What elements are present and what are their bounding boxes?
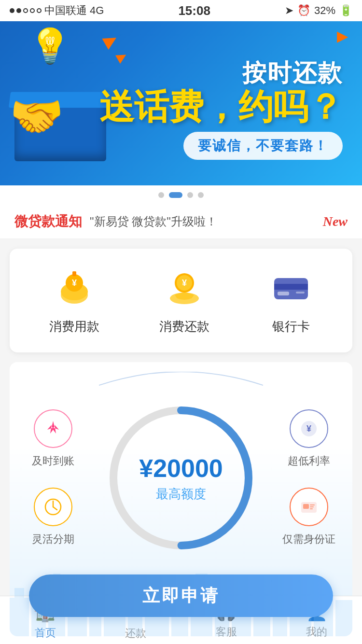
alarm-icon: ⏰ [297,4,310,17]
arrow-top-right: ▶ [337,28,348,44]
svg-rect-47 [310,504,315,505]
bank-card-icon [269,266,313,309]
feat-id-only: 仅需身份证 [282,488,335,546]
features-left: 及时到账 灵活分期 [19,409,87,546]
quick-actions-wrapper: ¥ 消费用款 ¥ 消费还款 [0,239,362,352]
banner-dot-2[interactable] [169,192,182,198]
qa-bank-card[interactable]: 银行卡 [269,266,313,335]
low-rate-label: 超低利率 [288,454,330,468]
feat-low-rate: ¥ 超低利率 [288,409,330,468]
banner-content: 按时还款 送话费，约吗？ 要诚信，不要套路！ [0,47,362,160]
bank-card-label: 银行卡 [272,318,310,335]
consume-repay-icon: ¥ [163,266,206,309]
quick-actions-card: ¥ 消费用款 ¥ 消费还款 [10,249,352,352]
loan-amount: ¥20000 [139,454,223,483]
low-rate-icon-circle: ¥ [290,409,328,448]
time-display: 15:08 [178,3,210,18]
svg-text:¥: ¥ [182,278,187,288]
loan-section: 及时到账 灵活分期 ¥ [10,362,352,636]
signal-dots [10,8,42,13]
svg-rect-4 [72,271,76,276]
banner-dot-4[interactable] [198,192,204,198]
dot2 [16,8,21,13]
svg-rect-46 [303,504,309,509]
cta-wrapper: 立即申请 [10,560,352,622]
notification-label: 微贷款通知 [14,212,82,231]
features-right: ¥ 超低利率 仅需身份证 [275,409,343,546]
loan-middle-row: 及时到账 灵活分期 ¥ [10,396,352,560]
network-label: 4G [90,4,104,17]
banner-title-row: 按时还款 送话费，约吗？ [99,57,343,124]
fast-arrival-label: 及时到账 [32,454,74,468]
svg-rect-10 [274,284,308,290]
fast-arrival-icon-circle [34,409,72,448]
qa-consume-repay[interactable]: ¥ 消费还款 [159,266,209,335]
consume-repay-label: 消费还款 [159,318,209,335]
notification-text: "新易贷 微贷款"升级啦！ [90,214,315,229]
location-icon: ➤ [285,4,293,17]
carrier-label: 中国联通 [44,3,87,18]
loan-amount-circle[interactable]: ¥20000 最高额度 [99,396,263,560]
flexible-installment-label: 灵活分期 [32,532,74,546]
banner-title-top: 按时还款 [242,57,343,89]
apply-button[interactable]: 立即申请 [29,574,333,617]
banner-dots [0,185,362,205]
dot5 [37,8,42,13]
id-only-icon-circle [290,488,328,526]
svg-rect-48 [310,506,314,507]
notification-new-badge: New [323,214,348,229]
dot3 [23,8,28,13]
banner-title-main: 送话费，约吗？ [99,89,343,124]
svg-line-40 [53,507,57,510]
svg-rect-49 [310,508,313,509]
feat-fast-arrival: 及时到账 [19,409,87,468]
svg-rect-11 [278,292,289,295]
loan-amount-sub: 最高额度 [139,486,223,503]
svg-text:¥: ¥ [306,424,311,434]
feat-flexible-installment: 灵活分期 [19,488,87,546]
svg-text:¥: ¥ [72,278,77,288]
banner[interactable]: 🤝 💡 ▶ ▶ ▶ 按时还款 送话费，约吗？ 要诚信，不要套路！ [0,21,362,185]
curve-decoration [10,362,352,386]
qa-consume-loan[interactable]: ¥ 消费用款 [49,266,99,335]
notification-bar[interactable]: 微贷款通知 "新易贷 微贷款"升级啦！ New [0,205,362,239]
banner-subtitle: 要诚信，不要套路！ [183,132,343,160]
flexible-installment-icon-circle [34,488,72,526]
consume-loan-icon: ¥ [53,266,96,309]
battery-icon: 🔋 [339,4,352,17]
dot1 [10,8,14,13]
status-right: ➤ ⏰ 32% 🔋 [285,4,352,17]
svg-rect-12 [296,292,305,294]
banner-dot-3[interactable] [187,192,193,198]
battery-label: 32% [314,4,335,17]
id-only-label: 仅需身份证 [282,532,335,546]
banner-dot-1[interactable] [158,192,164,198]
dot4 [30,8,35,13]
consume-loan-label: 消费用款 [49,318,99,335]
status-bar: 中国联通 4G 15:08 ➤ ⏰ 32% 🔋 [0,0,362,21]
circle-inner: ¥20000 最高额度 [139,454,223,503]
status-left: 中国联通 4G [10,3,104,18]
